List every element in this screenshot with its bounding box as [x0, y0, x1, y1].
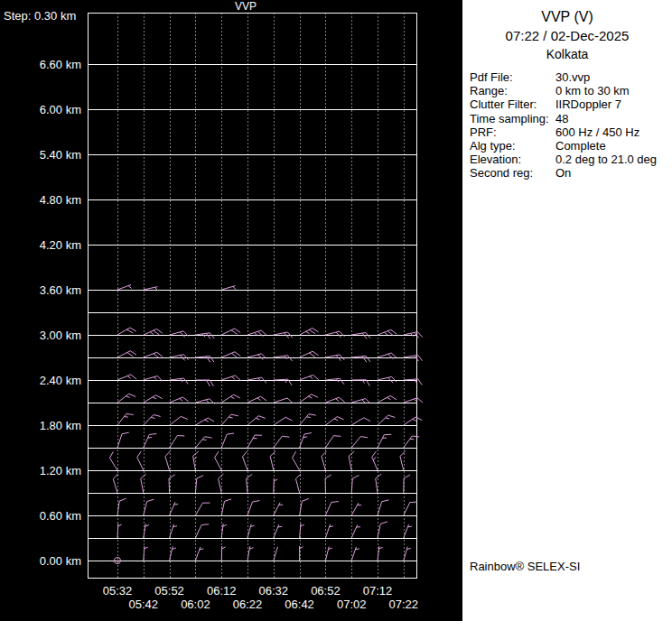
wind-barb: [325, 502, 338, 515]
metadata-row: PRF:600 Hz / 450 Hz: [470, 125, 672, 139]
metadata-value: IIRDoppler 7: [555, 97, 621, 111]
metadata-label: Clutter Filter:: [470, 97, 555, 111]
wind-barb: [325, 546, 331, 561]
wind-barb: [325, 475, 331, 493]
metadata-value: Complete: [555, 139, 606, 153]
wind-barb: [293, 451, 300, 470]
altitude-label: 3.00 km: [40, 329, 81, 342]
wind-barb: [372, 451, 378, 470]
wind-barb: [325, 397, 344, 403]
wind-barb: [351, 524, 360, 538]
wind-barb: [165, 451, 170, 470]
wind-barb: [300, 433, 312, 448]
wind-barb: [247, 501, 259, 515]
time-label: 05:42: [129, 598, 159, 611]
wind-barb: [325, 331, 344, 338]
altitude-label: 6.00 km: [40, 103, 81, 116]
wind-barb: [325, 378, 344, 384]
wind-barb: [219, 474, 224, 493]
wind-barb: [195, 333, 214, 339]
info-panel: VVP (V) 07:22 / 02-Dec-2025 Kolkata Pdf …: [462, 0, 672, 621]
wind-barb: [195, 357, 214, 363]
wind-barb: [117, 394, 135, 403]
metadata-label: Second reg:: [470, 166, 555, 180]
wind-barb: [170, 378, 189, 384]
wind-barb: [113, 474, 117, 493]
wind-barb: [117, 375, 136, 380]
wind-barb: [170, 397, 189, 403]
wind-barb: [221, 286, 236, 290]
time-label: 06:02: [181, 598, 210, 611]
wind-barb: [300, 394, 318, 403]
metadata-value: 30.vvp: [555, 70, 590, 84]
wind-barb: [325, 417, 343, 425]
wind-barb: [221, 375, 240, 380]
wind-barb: [378, 329, 397, 335]
altitude-label: 4.20 km: [40, 238, 81, 252]
wind-barb: [110, 451, 117, 470]
wind-barb: [221, 433, 234, 448]
wind-barb: [274, 524, 282, 538]
metadata-row: Time sampling:48: [470, 112, 672, 125]
wind-barb: [117, 413, 134, 425]
time-label: 06:32: [259, 584, 289, 598]
wind-barb: [274, 417, 293, 425]
step-label: Step: 0.30 km: [4, 9, 76, 23]
time-label: 07:12: [363, 584, 393, 598]
grid-layer: [89, 14, 417, 579]
site-name: Kolkata: [462, 47, 672, 61]
wind-barb: [300, 524, 304, 538]
wind-barb: [144, 329, 163, 335]
wind-barb: [221, 499, 231, 515]
wind-barb: [300, 499, 309, 515]
wind-barb: [170, 416, 188, 425]
wind-barb: [170, 436, 185, 448]
wind-barb: [247, 474, 253, 493]
metadata-value: 48: [555, 112, 568, 125]
wind-barb: [221, 414, 238, 425]
wind-barb: [351, 547, 359, 561]
wind-barb: [195, 380, 213, 386]
wind-barb: [378, 434, 391, 448]
wind-barb: [247, 354, 266, 360]
wind-barb: [300, 414, 316, 425]
wind-barb: [117, 351, 136, 357]
wind-barb: [378, 376, 397, 383]
wind-barb-layer: [110, 285, 423, 564]
wind-barb: [378, 415, 395, 425]
wind-barb: [274, 436, 290, 448]
branding-label: Rainbow® SELEX-SI: [470, 560, 580, 573]
wind-barb: [117, 328, 136, 335]
vvp-wind-profile-chart: 6.60 km6.00 km5.40 km4.80 km4.20 km3.60 …: [0, 0, 462, 621]
metadata-row: Range:0 km to 30 km: [470, 84, 672, 97]
altitude-label: 0.00 km: [40, 554, 81, 568]
metadata-value: 0.2 deg to 21.0 deg: [555, 153, 657, 166]
time-label: 07:22: [389, 598, 419, 611]
metadata-list: Pdf File:30.vvpRange:0 km to 30 kmClutte…: [470, 70, 672, 181]
altitude-label: 6.60 km: [40, 58, 81, 71]
altitude-label: 5.40 km: [40, 148, 81, 162]
wind-barb: [274, 547, 278, 561]
metadata-label: PRF:: [470, 125, 555, 139]
wind-barb: [404, 398, 423, 403]
wind-barb: [195, 524, 209, 538]
metadata-label: Elevation:: [470, 153, 555, 166]
wind-barb: [378, 522, 387, 538]
altitude-label: 3.60 km: [40, 283, 81, 297]
wind-barb: [144, 414, 161, 425]
time-label: 06:22: [233, 598, 263, 611]
metadata-value: 0 km to 30 km: [555, 84, 630, 97]
vvp-application-window: { "chart": { "title": "VVP", "step_label…: [0, 0, 672, 621]
wind-barb: [137, 451, 144, 470]
wind-barb: [404, 417, 422, 425]
wind-barb: [195, 437, 211, 448]
wind-barb: [117, 498, 126, 515]
wind-barb: [325, 436, 341, 448]
wind-barb: [221, 352, 240, 357]
chart-title: VVP: [235, 0, 257, 13]
wind-barb: [351, 418, 370, 425]
wind-barb: [351, 356, 370, 362]
wind-barb: [300, 351, 319, 357]
wind-barb: [144, 352, 163, 357]
wind-barb: [141, 474, 146, 493]
